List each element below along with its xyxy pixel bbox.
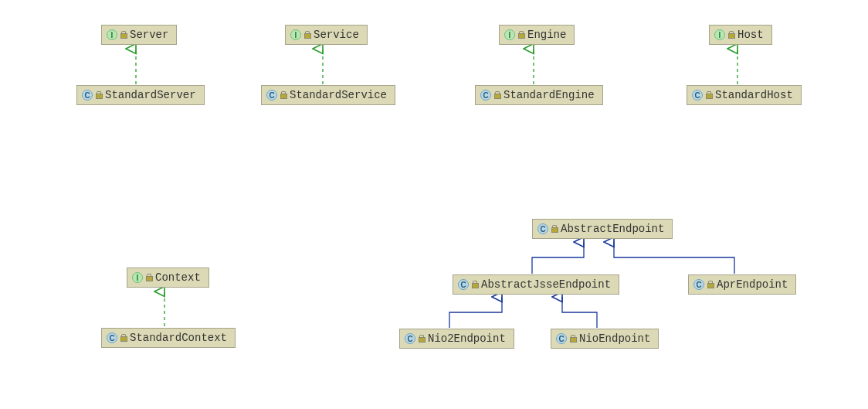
node-label: StandardEngine	[504, 89, 595, 101]
node-nioendpoint-class: C NioEndpoint	[551, 329, 659, 349]
lock-icon	[96, 91, 102, 99]
interface-icon: I	[504, 29, 515, 40]
node-service-interface: I Service	[285, 25, 368, 45]
node-server-interface: I Server	[101, 25, 177, 45]
class-icon: C	[556, 333, 567, 344]
node-engine-interface: I Engine	[499, 25, 575, 45]
node-label: StandardService	[290, 89, 387, 101]
node-label: Host	[737, 29, 764, 41]
lock-icon	[707, 281, 714, 288]
class-icon: C	[693, 279, 704, 290]
lock-icon	[120, 334, 127, 342]
node-label: Service	[314, 29, 359, 41]
node-context-interface: I Context	[127, 268, 209, 288]
lock-icon	[570, 335, 576, 343]
class-icon: C	[480, 90, 491, 101]
node-label: AbstractEndpoint	[561, 223, 664, 235]
node-abstractendpoint-class: C AbstractEndpoint	[532, 219, 673, 239]
node-label: Context	[155, 271, 201, 284]
class-icon: C	[82, 90, 93, 101]
lock-icon	[280, 91, 287, 99]
node-label: StandardServer	[105, 89, 196, 101]
interface-icon: I	[107, 29, 117, 40]
lock-icon	[120, 31, 127, 39]
class-icon: C	[692, 90, 703, 101]
node-label: Nio2Endpoint	[428, 332, 506, 345]
interface-icon: I	[290, 29, 301, 40]
node-label: Server	[130, 29, 168, 41]
node-label: AbstractJsseEndpoint	[481, 278, 611, 291]
lock-icon	[494, 91, 500, 99]
node-standardengine-class: C StandardEngine	[475, 85, 603, 105]
class-icon: C	[107, 332, 117, 343]
class-icon: C	[405, 333, 415, 344]
lock-icon	[472, 281, 478, 288]
lock-icon	[728, 31, 734, 39]
node-standardservice-class: C StandardService	[261, 85, 395, 105]
node-aprendpoint-class: C AprEndpoint	[688, 274, 796, 295]
node-nio2endpoint-class: C Nio2Endpoint	[399, 329, 514, 349]
node-label: AprEndpoint	[717, 278, 788, 291]
node-label: Engine	[527, 29, 566, 41]
node-standardserver-class: C StandardServer	[76, 85, 205, 105]
class-icon: C	[266, 90, 277, 101]
lock-icon	[304, 31, 310, 39]
node-standardhost-class: C StandardHost	[687, 85, 802, 105]
lock-icon	[706, 91, 712, 99]
interface-icon: I	[714, 29, 725, 40]
lock-icon	[551, 225, 558, 233]
node-label: NioEndpoint	[579, 332, 650, 345]
node-label: StandardContext	[130, 332, 227, 344]
node-host-interface: I Host	[709, 25, 772, 45]
lock-icon	[518, 31, 524, 39]
lock-icon	[146, 274, 152, 281]
class-icon: C	[458, 279, 469, 290]
class-icon: C	[537, 223, 548, 234]
node-standardcontext-class: C StandardContext	[101, 328, 236, 348]
node-label: StandardHost	[715, 89, 793, 101]
interface-icon: I	[132, 272, 143, 283]
node-abstractjsseendpoint-class: C AbstractJsseEndpoint	[453, 274, 619, 295]
lock-icon	[419, 335, 425, 343]
